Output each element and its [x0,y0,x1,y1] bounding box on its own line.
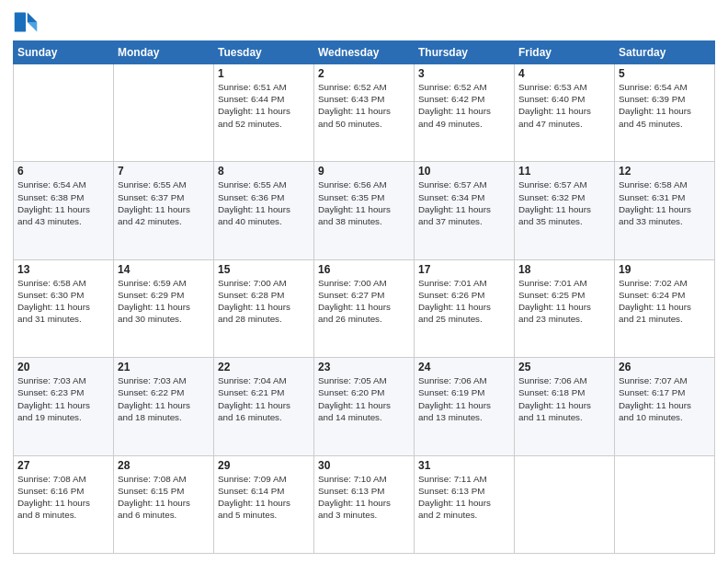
day-number: 5 [619,67,711,80]
svg-rect-2 [15,13,26,32]
calendar-cell: 4Sunrise: 6:53 AM Sunset: 6:40 PM Daylig… [515,64,615,162]
day-number: 11 [518,165,610,178]
day-info: Sunrise: 7:06 AM Sunset: 6:18 PM Dayligh… [518,374,610,423]
calendar-cell: 28Sunrise: 7:08 AM Sunset: 6:15 PM Dayli… [114,455,214,553]
header [13,9,715,35]
calendar-cell: 25Sunrise: 7:06 AM Sunset: 6:18 PM Dayli… [515,358,615,455]
calendar-cell: 10Sunrise: 6:57 AM Sunset: 6:34 PM Dayli… [415,162,515,259]
day-info: Sunrise: 6:55 AM Sunset: 6:36 PM Dayligh… [218,178,310,227]
calendar-cell: 23Sunrise: 7:05 AM Sunset: 6:20 PM Dayli… [314,358,415,455]
day-info: Sunrise: 7:07 AM Sunset: 6:17 PM Dayligh… [619,374,711,423]
calendar-week-4: 20Sunrise: 7:03 AM Sunset: 6:23 PM Dayli… [14,358,715,455]
day-number: 7 [118,165,210,178]
day-info: Sunrise: 6:58 AM Sunset: 6:30 PM Dayligh… [17,277,109,326]
calendar-cell [14,64,114,162]
page: SundayMondayTuesdayWednesdayThursdayFrid… [0,0,728,563]
calendar-cell: 13Sunrise: 6:58 AM Sunset: 6:30 PM Dayli… [14,259,114,357]
day-info: Sunrise: 7:08 AM Sunset: 6:15 PM Dayligh… [118,473,210,522]
day-info: Sunrise: 7:01 AM Sunset: 6:26 PM Dayligh… [418,277,510,326]
calendar-week-2: 6Sunrise: 6:54 AM Sunset: 6:38 PM Daylig… [14,162,715,259]
day-number: 25 [518,361,610,373]
calendar-cell [114,64,214,162]
day-info: Sunrise: 7:08 AM Sunset: 6:16 PM Dayligh… [17,473,109,522]
day-number: 6 [17,165,109,178]
day-number: 31 [418,459,510,472]
day-info: Sunrise: 7:04 AM Sunset: 6:21 PM Dayligh… [218,374,310,423]
day-number: 30 [318,459,410,472]
calendar-cell: 21Sunrise: 7:03 AM Sunset: 6:22 PM Dayli… [114,358,214,455]
day-info: Sunrise: 6:52 AM Sunset: 6:42 PM Dayligh… [418,81,510,130]
day-number: 23 [318,361,410,373]
logo [13,9,42,35]
calendar-cell: 17Sunrise: 7:01 AM Sunset: 6:26 PM Dayli… [415,259,515,357]
day-number: 4 [518,67,610,80]
day-info: Sunrise: 6:59 AM Sunset: 6:29 PM Dayligh… [118,277,210,326]
day-number: 13 [17,263,109,276]
day-number: 14 [118,263,210,276]
day-number: 27 [17,459,109,472]
calendar-body: 1Sunrise: 6:51 AM Sunset: 6:44 PM Daylig… [14,64,715,554]
weekday-header-thursday: Thursday [415,41,515,64]
weekday-header-sunday: Sunday [14,41,114,64]
calendar-cell: 8Sunrise: 6:55 AM Sunset: 6:36 PM Daylig… [214,162,314,259]
calendar-cell: 24Sunrise: 7:06 AM Sunset: 6:19 PM Dayli… [415,358,515,455]
day-info: Sunrise: 6:53 AM Sunset: 6:40 PM Dayligh… [518,81,610,130]
calendar-cell [615,455,715,553]
calendar-week-5: 27Sunrise: 7:08 AM Sunset: 6:16 PM Dayli… [14,455,715,553]
day-info: Sunrise: 6:54 AM Sunset: 6:38 PM Dayligh… [17,178,109,227]
calendar-cell: 11Sunrise: 6:57 AM Sunset: 6:32 PM Dayli… [515,162,615,259]
day-info: Sunrise: 7:06 AM Sunset: 6:19 PM Dayligh… [418,374,510,423]
calendar-cell: 6Sunrise: 6:54 AM Sunset: 6:38 PM Daylig… [14,162,114,259]
day-number: 9 [318,165,410,178]
weekday-header-saturday: Saturday [615,41,715,64]
day-number: 28 [118,459,210,472]
day-number: 18 [518,263,610,276]
calendar-cell: 15Sunrise: 7:00 AM Sunset: 6:28 PM Dayli… [214,259,314,357]
logo-icon [13,9,39,35]
calendar-cell: 18Sunrise: 7:01 AM Sunset: 6:25 PM Dayli… [515,259,615,357]
day-info: Sunrise: 6:55 AM Sunset: 6:37 PM Dayligh… [118,178,210,227]
calendar-cell: 3Sunrise: 6:52 AM Sunset: 6:42 PM Daylig… [415,64,515,162]
day-info: Sunrise: 6:51 AM Sunset: 6:44 PM Dayligh… [218,81,310,130]
calendar-cell: 2Sunrise: 6:52 AM Sunset: 6:43 PM Daylig… [314,64,415,162]
day-info: Sunrise: 7:05 AM Sunset: 6:20 PM Dayligh… [318,374,410,423]
day-number: 1 [218,67,310,80]
day-number: 19 [619,263,711,276]
day-number: 15 [218,263,310,276]
day-info: Sunrise: 7:03 AM Sunset: 6:23 PM Dayligh… [17,374,109,423]
day-info: Sunrise: 6:52 AM Sunset: 6:43 PM Dayligh… [318,81,410,130]
day-info: Sunrise: 7:02 AM Sunset: 6:24 PM Dayligh… [619,277,711,326]
day-number: 22 [218,361,310,373]
day-info: Sunrise: 7:09 AM Sunset: 6:14 PM Dayligh… [218,473,310,522]
day-info: Sunrise: 7:01 AM Sunset: 6:25 PM Dayligh… [518,277,610,326]
day-number: 2 [318,67,410,80]
day-info: Sunrise: 6:56 AM Sunset: 6:35 PM Dayligh… [318,178,410,227]
weekday-header-row: SundayMondayTuesdayWednesdayThursdayFrid… [14,41,715,64]
day-info: Sunrise: 6:57 AM Sunset: 6:34 PM Dayligh… [418,178,510,227]
svg-marker-0 [28,13,38,23]
day-number: 3 [418,67,510,80]
calendar-cell: 9Sunrise: 6:56 AM Sunset: 6:35 PM Daylig… [314,162,415,259]
day-info: Sunrise: 6:54 AM Sunset: 6:39 PM Dayligh… [619,81,711,130]
day-number: 16 [318,263,410,276]
weekday-header-friday: Friday [515,41,615,64]
day-number: 29 [218,459,310,472]
calendar-table: SundayMondayTuesdayWednesdayThursdayFrid… [13,40,715,554]
day-info: Sunrise: 7:10 AM Sunset: 6:13 PM Dayligh… [318,473,410,522]
svg-marker-1 [28,22,38,32]
calendar-cell: 12Sunrise: 6:58 AM Sunset: 6:31 PM Dayli… [615,162,715,259]
day-number: 20 [17,361,109,373]
day-info: Sunrise: 7:00 AM Sunset: 6:28 PM Dayligh… [218,277,310,326]
calendar-cell: 1Sunrise: 6:51 AM Sunset: 6:44 PM Daylig… [214,64,314,162]
weekday-header-tuesday: Tuesday [214,41,314,64]
calendar-cell: 16Sunrise: 7:00 AM Sunset: 6:27 PM Dayli… [314,259,415,357]
day-number: 24 [418,361,510,373]
calendar-cell [515,455,615,553]
weekday-header-monday: Monday [114,41,214,64]
calendar-cell: 19Sunrise: 7:02 AM Sunset: 6:24 PM Dayli… [615,259,715,357]
day-number: 26 [619,361,711,373]
day-number: 17 [418,263,510,276]
calendar-cell: 14Sunrise: 6:59 AM Sunset: 6:29 PM Dayli… [114,259,214,357]
day-info: Sunrise: 7:00 AM Sunset: 6:27 PM Dayligh… [318,277,410,326]
day-info: Sunrise: 6:57 AM Sunset: 6:32 PM Dayligh… [518,178,610,227]
